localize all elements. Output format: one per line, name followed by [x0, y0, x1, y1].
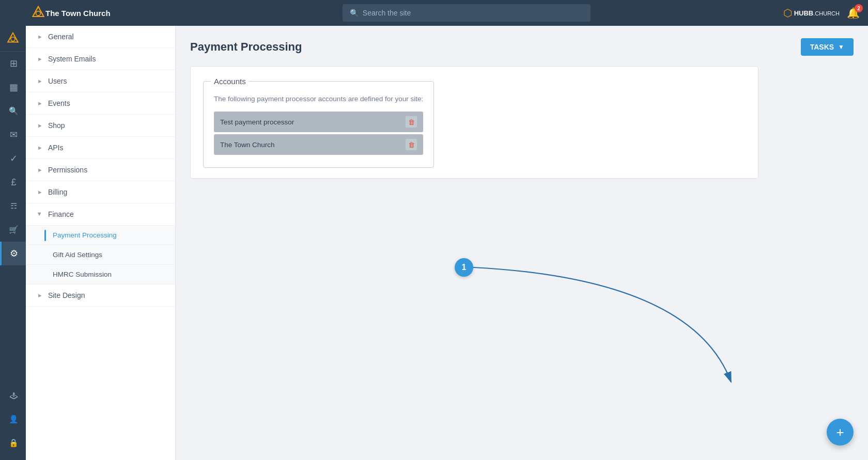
nav-icon-mail[interactable]: ✉ [0, 123, 26, 147]
bottom-icons: 🕹 👤 🔒 [0, 384, 26, 460]
brand-logo-icon [31, 6, 45, 20]
hubb-logo: ⬡ HUBB.CHURCH [783, 7, 840, 19]
annotation-circle-1: 1 [455, 258, 473, 277]
nav-icon-lock[interactable]: 🔒 [0, 431, 26, 455]
topbar: The Town Church 🔍 ⬡ HUBB.CHURCH 🔔 2 [0, 0, 868, 26]
content-header: Payment Processing TASKS ▼ [190, 38, 854, 56]
account-name: The Town Church [220, 141, 275, 149]
subitem-gift-aid[interactable]: Gift Aid Settings [26, 245, 175, 265]
accounts-legend: Accounts [211, 77, 249, 86]
chevron-icon: ► [37, 78, 43, 84]
sidebar-item-finance[interactable]: ► Finance [26, 203, 175, 226]
sidebar-item-label: Users [48, 77, 67, 85]
nav-icon-monitor[interactable]: 🕹 [0, 384, 26, 407]
nav-icon-cart[interactable]: 🛒 [0, 218, 26, 242]
chevron-icon: ► [37, 212, 43, 217]
brand-name: The Town Church [45, 9, 111, 18]
nav-icon-dashboard[interactable]: ⊞ [0, 52, 26, 75]
sidebar-item-billing[interactable]: ► Billing [26, 181, 175, 203]
chevron-icon: ► [37, 189, 43, 195]
sidebar-item-label: General [48, 33, 74, 41]
svg-point-3 [11, 37, 15, 41]
sidebar-item-permissions[interactable]: ► Permissions [26, 159, 175, 181]
tasks-label: TASKS [810, 43, 834, 51]
brand-area: The Town Church [0, 0, 150, 26]
accounts-description: The following payment processor accounts… [214, 94, 423, 104]
chevron-icon: ► [37, 122, 43, 129]
account-row-test[interactable]: Test payment processor 🗑 [214, 112, 423, 132]
sidebar-item-users[interactable]: ► Users [26, 70, 175, 92]
account-row-town-church[interactable]: The Town Church 🗑 [214, 134, 423, 155]
annotation-number: 1 [462, 263, 467, 272]
sidebar-item-site-design[interactable]: ► Site Design [26, 284, 175, 307]
left-sidebar: ► General ► System Emails ► Users ► Even… [26, 26, 176, 460]
finance-subitems: Payment Processing Gift Aid Settings HMR… [26, 226, 175, 284]
accounts-card: Accounts The following payment processor… [190, 66, 758, 179]
sidebar-item-shop[interactable]: ► Shop [26, 115, 175, 137]
svg-point-1 [36, 11, 41, 16]
sidebar-item-label: Finance [48, 210, 74, 218]
sidebar-item-label: Shop [48, 121, 65, 130]
nav-icon-check[interactable]: ✓ [0, 147, 26, 170]
search-area: 🔍 [150, 4, 783, 22]
notification-badge: 2 [855, 4, 863, 12]
topbar-right: ⬡ HUBB.CHURCH 🔔 2 [783, 7, 868, 19]
sidebar-item-system-emails[interactable]: ► System Emails [26, 48, 175, 70]
tasks-button[interactable]: TASKS ▼ [801, 38, 854, 56]
nav-icon-chart[interactable]: ☶ [0, 194, 26, 218]
notification-bell[interactable]: 🔔 2 [847, 7, 860, 19]
fab-button[interactable]: + [827, 419, 854, 446]
sidebar-item-label: Events [48, 99, 70, 107]
search-icon: 🔍 [350, 9, 359, 17]
search-input[interactable] [363, 9, 583, 17]
chevron-icon: ► [37, 145, 43, 151]
main-layout: ⊞ ▦ 🔍 ✉ ✓ £ ☶ 🛒 ⚙ 🕹 👤 🔒 ► General ► Syst… [0, 26, 868, 460]
chevron-icon: ► [37, 34, 43, 40]
sidebar-item-events[interactable]: ► Events [26, 92, 175, 115]
subitem-label: Payment Processing [53, 231, 117, 239]
chevron-icon: ► [37, 100, 43, 106]
search-box[interactable]: 🔍 [343, 4, 591, 22]
icon-sidebar: ⊞ ▦ 🔍 ✉ ✓ £ ☶ 🛒 ⚙ 🕹 👤 🔒 [0, 26, 26, 460]
subitem-label: HMRC Submission [53, 271, 112, 278]
sidebar-item-label: Permissions [48, 166, 87, 174]
subitem-payment-processing[interactable]: Payment Processing [26, 226, 175, 245]
sidebar-item-label: APIs [48, 144, 64, 152]
content-area: Payment Processing TASKS ▼ Accounts The … [176, 26, 868, 460]
sidebar-logo-icon [6, 32, 20, 45]
sidebar-item-apis[interactable]: ► APIs [26, 137, 175, 159]
delete-account-icon[interactable]: 🗑 [406, 116, 417, 128]
delete-account-icon[interactable]: 🗑 [406, 139, 417, 150]
sidebar-item-general[interactable]: ► General [26, 26, 175, 48]
dropdown-arrow-icon: ▼ [838, 43, 844, 51]
account-name: Test payment processor [220, 118, 294, 126]
nav-icon-search[interactable]: 🔍 [0, 99, 26, 123]
hubb-text: HUBB.CHURCH [794, 9, 840, 17]
chevron-icon: ► [37, 56, 43, 62]
subitem-label: Gift Aid Settings [53, 251, 102, 259]
sidebar-logo [0, 26, 26, 52]
sidebar-item-label: System Emails [48, 55, 96, 63]
page-title: Payment Processing [190, 40, 302, 54]
chevron-icon: ► [37, 292, 43, 298]
sidebar-item-label: Billing [48, 188, 67, 196]
chevron-icon: ► [37, 167, 43, 173]
nav-icon-user[interactable]: 👤 [0, 407, 26, 431]
accounts-fieldset: Accounts The following payment processor… [203, 77, 434, 168]
sidebar-item-label: Site Design [48, 291, 85, 299]
nav-icon-gear[interactable]: ⚙ [0, 242, 26, 265]
hubb-hex-icon: ⬡ [783, 7, 792, 19]
fab-label: + [836, 424, 844, 440]
nav-icon-grid[interactable]: ▦ [0, 75, 26, 99]
nav-icon-pound[interactable]: £ [0, 170, 26, 194]
subitem-hmrc[interactable]: HMRC Submission [26, 265, 175, 284]
